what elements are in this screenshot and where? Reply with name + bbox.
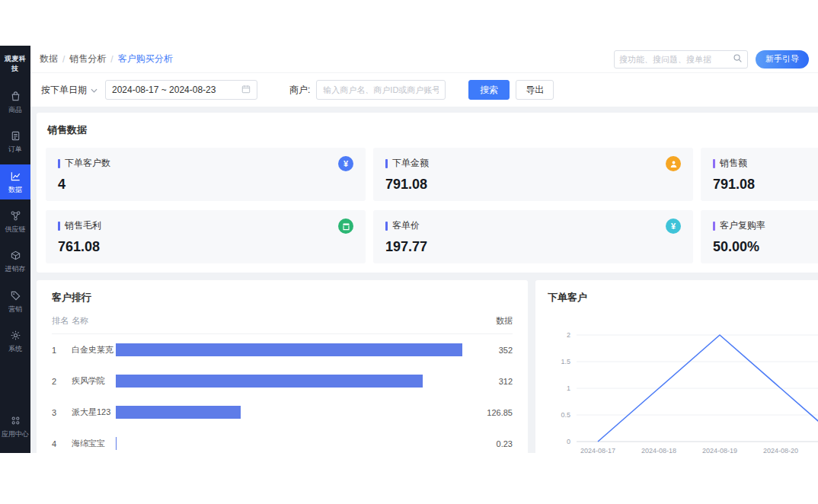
app-grid-icon [10,415,21,428]
column-header-rank: 排名 [52,315,72,327]
ranking-bar [116,343,462,356]
stat-tile-order-amount: 下单金额 791.08 [373,148,693,201]
ranking-row: 3 派大星123 126.85 [52,397,513,428]
sidebar-item-label: 供应链 [4,225,27,233]
rank-number: 1 [52,346,72,355]
svg-text:0: 0 [567,438,570,445]
sidebar-item-marketing[interactable]: 营销 [0,284,30,319]
column-header-name: 名称 [72,315,116,327]
screen: 观麦科技 商品 订单 数据 供应链 [0,0,818,504]
data-chart-icon [10,171,21,183]
sidebar-item-supply-chain[interactable]: 供应链 [0,204,30,239]
sales-data-card: 销售数据 下单客户数 ¥ 4 下单金额 [37,113,818,273]
sidebar-nav: 商品 订单 数据 供应链 进销存 [0,85,30,363]
ranking-row: 2 疾风学院 312 [52,365,513,397]
filter-bar: 按下单日期 2024-08-17 ~ 2024-08-23 商户: 搜索 导出 [30,73,818,107]
stat-value: 197.77 [385,239,681,255]
global-search-input[interactable] [619,55,733,64]
stat-tiles-grid: 下单客户数 ¥ 4 下单金额 791.08 [46,148,818,263]
date-range-value: 2024-08-17 ~ 2024-08-23 [112,85,216,95]
date-type-dropdown[interactable]: 按下单日期 [41,84,97,97]
gear-icon [10,330,21,343]
export-button[interactable]: 导出 [516,80,554,100]
ranking-bar [116,437,117,450]
user-icon [666,156,681,171]
breadcrumb-separator: / [62,54,65,65]
svg-text:2: 2 [567,331,570,339]
tile-accent-bar [385,222,388,231]
stat-value: 761.08 [58,239,353,255]
beginner-guide-button[interactable]: 新手引导 [756,50,809,69]
search-button[interactable]: 搜索 [468,80,510,100]
column-header-value: 数据 [462,315,513,327]
sidebar-item-label: 商品 [7,106,24,113]
date-type-label: 按下单日期 [41,84,87,97]
merchant-search-field[interactable] [316,80,446,100]
stat-tile-sales-amount: 销售额 791.08 [701,148,818,201]
supply-chain-icon [10,210,21,223]
svg-text:2024-08-17: 2024-08-17 [580,447,615,453]
stat-tile-repurchase-rate: 客户复购率 50.00% [701,210,818,263]
search-icon[interactable] [733,53,743,66]
yen-icon: ¥ [666,219,681,234]
stat-value: 791.08 [713,177,818,193]
stat-title: 下单客户数 [65,157,110,170]
date-range-picker[interactable]: 2024-08-17 ~ 2024-08-23 [105,80,257,100]
breadcrumb-item-sales-analysis[interactable]: 销售分析 [69,53,106,65]
breadcrumb-item-current: 客户购买分析 [118,53,173,65]
sidebar-item-inventory[interactable]: 进销存 [0,244,30,279]
tile-accent-bar [385,159,388,168]
customer-name: 海绵宝宝 [72,438,116,449]
content-area: 销售数据 下单客户数 ¥ 4 下单金额 [30,107,818,453]
inventory-box-icon [10,250,21,263]
rank-number: 3 [52,408,72,417]
ranking-row: 4 海绵宝宝 0.23 [52,428,513,453]
sidebar-item-goods[interactable]: 商品 [0,85,30,120]
customer-ranking-card: 客户排行 排名 名称 数据 1 白金史莱克 352 [37,280,528,453]
rank-number: 4 [52,439,72,448]
tile-accent-bar [58,222,60,231]
customer-ranking-title: 客户排行 [52,291,513,305]
breadcrumb-separator: / [110,54,113,65]
stat-tile-avg-order-value: 客单价 ¥ 197.77 [373,210,693,263]
ranking-value: 352 [462,346,513,355]
stat-title: 客单价 [392,219,420,232]
sidebar-item-system[interactable]: 系统 [0,324,30,359]
sidebar-item-data[interactable]: 数据 [0,164,30,199]
global-search-box[interactable] [614,50,748,69]
app-logo: 观麦科技 [0,46,30,78]
sidebar-item-label: 系统 [7,345,24,352]
tile-accent-bar [713,159,715,168]
topbar: 数据 / 销售分析 / 客户购买分析 新手引导 [30,46,818,73]
sidebar-item-app-center[interactable]: 应用中心 [0,409,30,444]
stat-title: 销售毛利 [65,219,101,232]
ranking-value: 0.23 [462,439,513,448]
svg-text:0.5: 0.5 [561,411,570,419]
app-window: 观麦科技 商品 订单 数据 供应链 [0,46,818,453]
yen-icon: ¥ [338,156,353,171]
merchant-search-input[interactable] [317,81,445,99]
svg-text:2024-08-20: 2024-08-20 [763,447,798,453]
ranking-bar [116,406,241,419]
sidebar-item-label: 进销存 [4,265,27,273]
sidebar-item-label: 数据 [7,186,24,193]
chevron-down-icon [91,85,97,95]
ranking-value: 312 [462,377,513,386]
tile-accent-bar [713,222,715,231]
tile-accent-bar [58,159,60,168]
ranking-row: 1 白金史莱克 352 [52,334,513,365]
sidebar-item-orders[interactable]: 订单 [0,124,30,159]
calendar-icon [241,85,251,96]
customer-name: 派大星123 [72,407,116,418]
rank-number: 2 [52,377,72,386]
stat-title: 销售额 [720,157,747,170]
sales-data-title: 销售数据 [46,123,818,148]
svg-text:1: 1 [567,384,570,392]
stat-tile-gross-profit: 销售毛利 761.08 [46,210,366,263]
topbar-right: 新手引导 [614,50,809,69]
order-customers-chart-card: 下单客户 00.511.522024-08-172024-08-182024-0… [535,280,818,453]
breadcrumb-item-data[interactable]: 数据 [40,53,58,65]
sidebar: 观麦科技 商品 订单 数据 供应链 [0,46,30,453]
ranking-value: 126.85 [462,408,513,417]
breadcrumb: 数据 / 销售分析 / 客户购买分析 [40,53,173,65]
